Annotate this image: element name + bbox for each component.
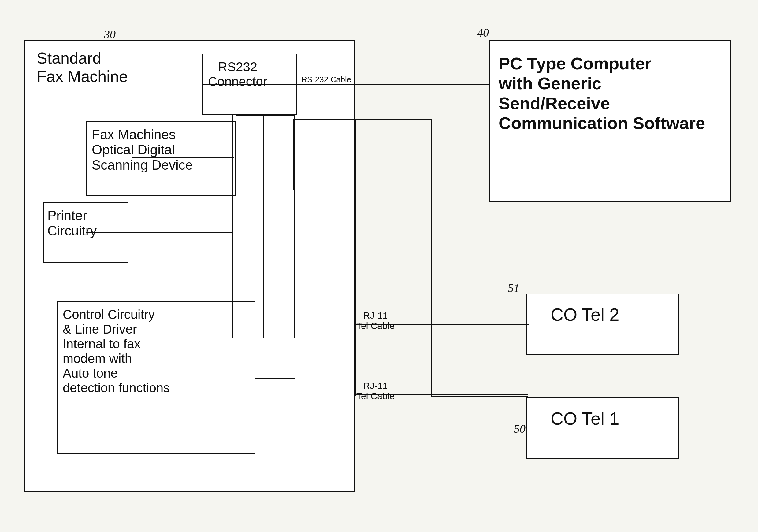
rj11-top-label: RJ-11 Tel Cable [356,310,395,331]
v-printer-connect [232,232,233,301]
h-control-connect [256,378,294,379]
v-right-line-1 [355,189,356,396]
pc-computer-label: PC Type Computer with Generic Send/Recei… [499,53,705,133]
cable-bundle-box [293,118,432,190]
ref-num-51: 51 [508,281,519,295]
v-line-down-2 [263,196,264,226]
v-line-down-1 [232,196,233,226]
v-right-line-3 [431,324,432,396]
diagram: 30 40 75 77 76 51 50 Standard Fax Machin… [0,0,758,532]
fax-machine-label: Standard Fax Machine [37,49,128,85]
h-line-rs232-left [202,84,233,85]
h-line-rs232-right [232,84,297,85]
rj11-bottom-label: RJ-11 Tel Cable [356,381,395,401]
v-line-down-3 [293,196,294,226]
rs232-cable-line [297,84,489,85]
ref-num-40: 40 [477,26,489,40]
scanning-device-label: Fax Machines Optical Digital Scanning De… [92,127,193,173]
h-cotel2-line [431,324,528,325]
h-cotel1-line [431,396,528,397]
co-tel2-label: CO Tel 2 [551,304,619,325]
ref-num-30: 30 [104,27,116,41]
v-right-line-2 [392,189,393,396]
co-tel1-label: CO Tel 1 [551,408,619,429]
v-scan-connect [232,157,233,197]
h-printer-connect [86,232,233,233]
inner-vert-line-1 [232,115,233,338]
inner-vert-line-2 [263,115,264,338]
ref-num-50: 50 [514,422,526,435]
h-connect-rs232 [235,115,293,116]
h-scan-connect [131,157,234,158]
control-circuitry-label: Control Circuitry & Line Driver Internal… [63,307,170,395]
printer-circuitry-label: Printer Circuitry [48,208,97,239]
rs232-cable-label: RS-232 Cable [301,75,351,84]
